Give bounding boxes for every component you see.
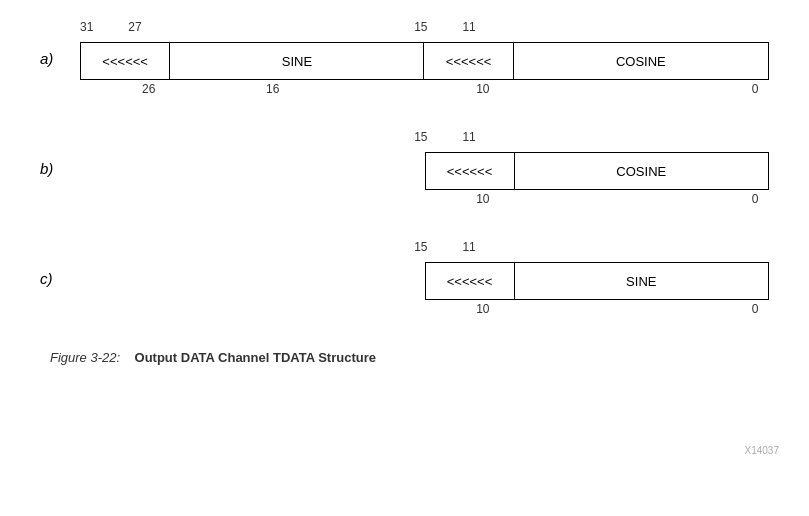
main-container: a) 31 27 15 11 <<<<<< SINE <<<<<< COSINE… [0, 0, 809, 385]
bottom-numbers-b: 10 0 [80, 192, 769, 212]
cell-c-sine: SINE [515, 263, 768, 299]
cell-a-cosine: COSINE [514, 43, 768, 79]
caption-text: Output DATA Channel TDATA Structure [135, 350, 376, 365]
section-c: c) 15 11 <<<<<< SINE 10 0 [40, 240, 769, 322]
register-b: <<<<<< COSINE [425, 152, 770, 190]
bit-10-c: 10 [476, 302, 489, 316]
bit-15-b: 15 [414, 130, 427, 144]
bit-15-c: 15 [414, 240, 427, 254]
bit-10-a: 10 [476, 82, 489, 96]
bit-31: 31 [80, 20, 93, 34]
bit-11-c: 11 [462, 240, 475, 254]
bit-11: 11 [462, 20, 475, 34]
bit-11-b: 11 [462, 130, 475, 144]
section-a: a) 31 27 15 11 <<<<<< SINE <<<<<< COSINE… [40, 20, 769, 102]
register-a: <<<<<< SINE <<<<<< COSINE [80, 42, 769, 80]
cell-a-sine: SINE [170, 43, 424, 79]
register-b-wrapper: <<<<<< COSINE [425, 152, 770, 190]
bit-0-b: 0 [752, 192, 759, 206]
bit-15: 15 [414, 20, 427, 34]
register-c-wrapper: <<<<<< SINE [425, 262, 770, 300]
caption-label: Figure 3-22: [50, 350, 120, 365]
register-c: <<<<<< SINE [425, 262, 770, 300]
label-b: b) [40, 130, 80, 177]
bit-0-a: 0 [752, 82, 759, 96]
diagram-b: 15 11 <<<<<< COSINE 10 0 [80, 130, 769, 212]
bottom-numbers-c: 10 0 [80, 302, 769, 322]
figure-caption: Figure 3-22: Output DATA Channel TDATA S… [40, 350, 769, 365]
top-numbers-a: 31 27 15 11 [80, 20, 769, 40]
label-c: c) [40, 240, 80, 287]
diagram-a: 31 27 15 11 <<<<<< SINE <<<<<< COSINE 26… [80, 20, 769, 102]
bit-0-c: 0 [752, 302, 759, 316]
section-b: b) 15 11 <<<<<< COSINE 10 0 [40, 130, 769, 212]
cell-a-arrows-right: <<<<<< [424, 43, 513, 79]
label-a: a) [40, 20, 80, 67]
watermark: X14037 [745, 445, 779, 456]
bit-27: 27 [128, 20, 141, 34]
bit-10-b: 10 [476, 192, 489, 206]
cell-c-arrows: <<<<<< [426, 263, 515, 299]
bit-26: 26 [142, 82, 155, 96]
bottom-numbers-a: 26 16 10 0 [80, 82, 769, 102]
diagram-c: 15 11 <<<<<< SINE 10 0 [80, 240, 769, 322]
bit-16: 16 [266, 82, 279, 96]
cell-b-arrows: <<<<<< [426, 153, 515, 189]
cell-b-cosine: COSINE [515, 153, 768, 189]
top-numbers-c: 15 11 [80, 240, 769, 260]
top-numbers-b: 15 11 [80, 130, 769, 150]
cell-a-arrows-left: <<<<<< [81, 43, 170, 79]
